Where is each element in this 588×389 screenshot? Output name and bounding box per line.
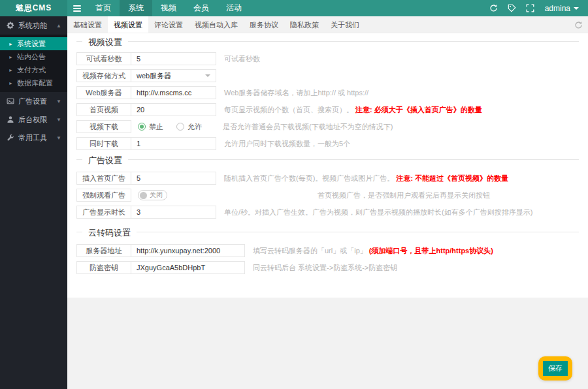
- user-menu[interactable]: admina: [540, 0, 588, 16]
- sidebar-section-tools[interactable]: 常用工具 ▼: [0, 129, 67, 147]
- field-transcode-server: 服务器地址 填写云转码服务器的「url」或「ip」 (须加端口号，且带上http…: [76, 244, 579, 257]
- tab-bar: 基础设置 视频设置 评论设置 视频自动入库 服务协议 隐私政策 关于我们: [67, 16, 588, 33]
- wrench-icon: [6, 134, 15, 142]
- triangle-right-icon: ►: [8, 55, 13, 59]
- fullscreen-button[interactable]: [521, 0, 540, 16]
- radio-dot-icon: [176, 123, 184, 131]
- home-videos-input[interactable]: [131, 103, 216, 116]
- refresh-icon: [489, 4, 498, 12]
- tab-basic-settings[interactable]: 基础设置: [67, 16, 108, 33]
- triangle-right-icon: ►: [8, 42, 13, 46]
- field-force-watch: 强制观看广告 关闭 首页视频广告，是否强制用户观看完后再显示关闭按钮: [76, 189, 579, 202]
- ad-duration-input[interactable]: [131, 206, 216, 219]
- sidebar-submenu-system: ► 系统设置 ► 站内公告 ► 支付方式 ► 数据库配置: [0, 35, 67, 92]
- field-video-download: 视频下载 禁止 允许 是否允许普通会员下载视频(下载地址不为空的情况下): [76, 120, 579, 133]
- field-home-ads: 插入首页广告 随机插入首页广告个数(每页)。视频广告或图片广告。 注意: 不能超…: [76, 172, 579, 185]
- username: admina: [545, 4, 570, 13]
- field-secret-key: 防盗密钥 同云转码后台 系统设置->防盗系统->防盗密钥: [76, 261, 579, 274]
- radio-download-forbid[interactable]: 禁止: [138, 122, 163, 132]
- warning-text: 注意: 必须大于《插入首页广告》的数量: [355, 106, 482, 114]
- tab-video-auto-import[interactable]: 视频自动入库: [189, 16, 244, 33]
- ad-image-icon: [6, 97, 15, 105]
- triangle-right-icon: ►: [8, 68, 13, 72]
- gear-icon: [6, 22, 15, 29]
- storage-mode-select[interactable]: web服务器: [131, 69, 216, 82]
- clear-cache-button[interactable]: [485, 0, 503, 16]
- chevron-down-icon: [574, 7, 579, 10]
- chevron-down-icon: ▼: [56, 99, 61, 104]
- section-title: 云转码设置: [82, 227, 137, 239]
- tab-service-agreement[interactable]: 服务协议: [244, 16, 284, 33]
- tag-button[interactable]: [503, 0, 521, 16]
- concurrent-download-input[interactable]: [131, 137, 216, 150]
- sidebar-item-system-settings[interactable]: ► 系统设置: [0, 37, 67, 50]
- tab-about-us[interactable]: 关于我们: [325, 16, 365, 33]
- tab-refresh-button[interactable]: [574, 20, 583, 32]
- force-watch-switch[interactable]: 关闭: [138, 190, 167, 200]
- secret-key-input[interactable]: [131, 261, 245, 274]
- save-button-highlight[interactable]: 保存: [538, 356, 572, 381]
- refresh-icon: [574, 21, 583, 29]
- warning-text: (须加端口号，且带上http/https协议头): [369, 247, 493, 255]
- app-logo: 魅思CMS: [0, 0, 67, 16]
- topbar-right: admina: [485, 0, 588, 16]
- sidebar-item-database-config[interactable]: ► 数据库配置: [0, 76, 67, 89]
- section-title: 广告设置: [82, 155, 128, 166]
- home-ads-input[interactable]: [131, 172, 216, 185]
- transcode-server-input[interactable]: [131, 244, 245, 257]
- main-content: 基础设置 视频设置 评论设置 视频自动入库 服务协议 隐私政策 关于我们 视频设…: [67, 16, 588, 389]
- field-home-videos: 首页视频 每页显示视频的个数（首页、搜索页）。 注意: 必须大于《插入首页广告》…: [76, 103, 579, 116]
- chevron-up-icon: ▲: [56, 23, 61, 29]
- chevron-down-icon: [205, 74, 210, 77]
- topbar: 魅思CMS 首页 系统 视频 会员 活动 admina: [0, 0, 588, 16]
- sidebar-item-site-announcement[interactable]: ► 站内公告: [0, 50, 67, 63]
- field-ad-duration: 广告显示时长 单位/秒。对插入广告生效。广告为视频，则广告显示视频的播放时长(如…: [76, 206, 579, 219]
- sidebar-section-system[interactable]: 系统功能 ▲: [0, 16, 67, 35]
- field-web-server: Web服务器 Web服务器储存域名，请加上http:// 或 https://: [76, 86, 579, 99]
- section-ad-settings: 广告设置 插入首页广告 随机插入首页广告个数(每页)。视频广告或图片广告。 注意…: [76, 159, 579, 219]
- field-trial-seconds: 可试看秒数 可试看秒数: [76, 52, 579, 65]
- section-transcode-settings: 云转码设置 服务器地址 填写云转码服务器的「url」或「ip」 (须加端口号，且…: [76, 232, 579, 274]
- main-nav: 首页 系统 视频 会员 活动: [87, 0, 250, 16]
- radio-dot-icon: [138, 123, 146, 131]
- field-concurrent-download: 同时下载 允许用户同时下载视频数量，一般为5个: [76, 137, 579, 150]
- nav-item-video[interactable]: 视频: [152, 0, 185, 16]
- nav-item-member[interactable]: 会员: [185, 0, 218, 16]
- chevron-down-icon: ▼: [56, 135, 61, 141]
- warning-text: 注意: 不能超过《首页视频》的数量: [396, 174, 508, 182]
- radio-download-allow[interactable]: 允许: [176, 122, 202, 132]
- user-icon: [6, 116, 15, 123]
- nav-item-system[interactable]: 系统: [120, 0, 152, 16]
- fullscreen-icon: [526, 4, 534, 12]
- sidebar: 系统功能 ▲ ► 系统设置 ► 站内公告 ► 支付方式 ► 数据库配置 广告设置: [0, 16, 67, 389]
- chevron-down-icon: ▼: [56, 117, 61, 123]
- tab-video-settings[interactable]: 视频设置: [108, 16, 148, 33]
- settings-form: 视频设置 可试看秒数 可试看秒数 视频存储方式 web服务器 Web服务器: [67, 33, 588, 298]
- sidebar-toggle-button[interactable]: [67, 0, 87, 16]
- web-server-input[interactable]: [131, 86, 216, 99]
- nav-item-activity[interactable]: 活动: [218, 0, 250, 16]
- sidebar-section-ads[interactable]: 广告设置 ▼: [0, 92, 67, 110]
- tab-privacy-policy[interactable]: 隐私政策: [284, 16, 325, 33]
- hamburger-menu-icon: [73, 4, 81, 13]
- triangle-right-icon: ►: [8, 81, 13, 86]
- tag-icon: [508, 4, 516, 12]
- tab-comment-settings[interactable]: 评论设置: [148, 16, 189, 33]
- field-storage-mode: 视频存储方式 web服务器: [76, 69, 579, 82]
- save-button[interactable]: 保存: [543, 361, 568, 376]
- nav-item-home[interactable]: 首页: [87, 0, 120, 16]
- trial-seconds-input[interactable]: [131, 52, 216, 65]
- sidebar-item-payment-methods[interactable]: ► 支付方式: [0, 63, 67, 76]
- sidebar-section-permissions[interactable]: 后台权限 ▼: [0, 110, 67, 129]
- section-video-settings: 视频设置 可试看秒数 可试看秒数 视频存储方式 web服务器 Web服务器: [76, 41, 579, 150]
- section-title: 视频设置: [82, 37, 128, 48]
- switch-knob-icon: [140, 192, 147, 199]
